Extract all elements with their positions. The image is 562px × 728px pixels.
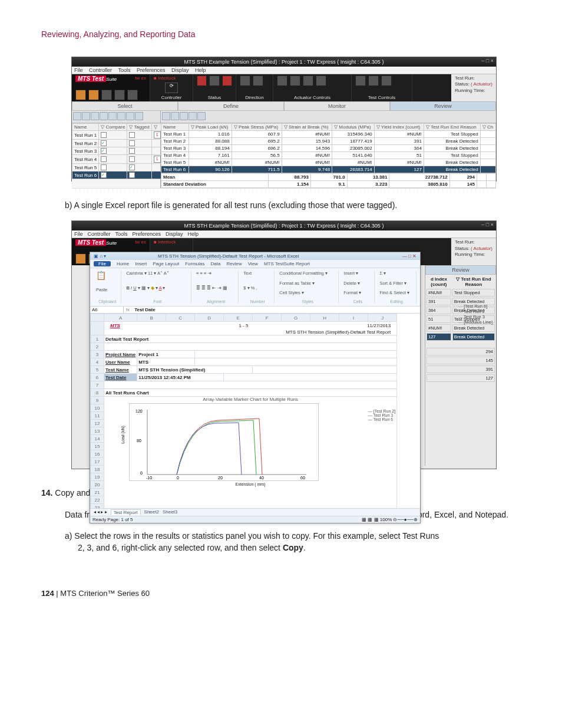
window-title-bar: MTS STH Example Tension (Simplified) : P… xyxy=(72,57,496,67)
svg-text:40: 40 xyxy=(259,476,264,480)
toolbar-icon[interactable] xyxy=(88,90,99,100)
menu-display[interactable]: Display xyxy=(171,67,189,73)
svg-text:60: 60 xyxy=(300,476,305,480)
tab-monitor[interactable]: Monitor xyxy=(284,101,390,111)
svg-text:120: 120 xyxy=(135,409,143,413)
menu-file[interactable]: File xyxy=(74,67,83,73)
tab-define[interactable]: Define xyxy=(178,101,284,111)
test-stop-icon[interactable] xyxy=(381,75,392,86)
toolbar-icon[interactable] xyxy=(75,90,86,100)
status-icon xyxy=(197,75,207,86)
actuator-icon[interactable] xyxy=(303,75,313,86)
direction-up-icon[interactable] xyxy=(240,75,250,86)
menu-bar[interactable]: File Controller Tools Preferences Displa… xyxy=(72,67,496,74)
controller-reset-icon[interactable]: ⟳ xyxy=(165,83,178,93)
menu-preferences[interactable]: Preferences xyxy=(137,67,166,73)
menu-tools[interactable]: Tools xyxy=(118,67,130,73)
svg-text:-10: -10 xyxy=(146,476,152,480)
actuator-icon[interactable] xyxy=(290,75,300,86)
svg-text:20: 20 xyxy=(218,476,223,480)
direction-down-icon[interactable] xyxy=(253,75,263,86)
menu-help[interactable]: Help xyxy=(195,67,206,73)
screenshot-1: MTS STH Example Tension (Simplified) : P… xyxy=(71,57,497,182)
window-title: MTS STH Example Tension (Simplified) : P… xyxy=(184,59,384,65)
page-footer: 124 | MTS Criterion™ Series 60 xyxy=(41,589,527,598)
actuator-icon[interactable] xyxy=(277,75,287,86)
stats-table: Mean88.793701.013.38122738.712294Standar… xyxy=(161,173,496,188)
excel-sheet-tabs[interactable]: ◂ ◂ ▸ ▸ Test Report Sheet2 Sheet3 xyxy=(90,508,420,516)
caption-b: b) A single Excel report file is generat… xyxy=(65,199,527,211)
excel-sheet[interactable]: ABCDEFGHIJ MTS1 - 511/27/2013 MTS STH Te… xyxy=(90,314,420,508)
test-play-icon[interactable] xyxy=(355,75,366,86)
status-icon xyxy=(222,75,232,86)
status-panel: Test Run: Status: ( Actuator) Running Ti… xyxy=(451,74,496,101)
left-toolbar[interactable] xyxy=(72,111,160,123)
brand-badge: MTS Test xyxy=(75,75,106,82)
menu-controller[interactable]: Controller xyxy=(89,67,112,73)
svg-text:0: 0 xyxy=(177,476,179,480)
svg-text:0: 0 xyxy=(140,471,143,475)
tab-review[interactable]: Review xyxy=(390,101,496,111)
toolbar-icon[interactable] xyxy=(114,90,125,100)
screenshot-2: MTS STH Example Tension (Simplified) : P… xyxy=(71,220,497,469)
actuator-icon[interactable] xyxy=(316,75,326,86)
chart-title: Array-Variable Marker Chart for Multiple… xyxy=(105,397,395,402)
mode-tabs[interactable]: Select Define Monitor Review xyxy=(72,101,496,111)
toolbar-icon[interactable] xyxy=(101,90,112,100)
ribbon: MTS TestSuite tw ex ■ Interlock ⟳ Contro… xyxy=(72,74,496,101)
excel-window-controls[interactable]: — □ ✕ xyxy=(402,253,416,259)
results-strip: Review d Index (count)▽ Test Run End Rea… xyxy=(425,265,496,466)
svg-text:80: 80 xyxy=(137,439,141,443)
results-table[interactable]: Name▽ Peak Load (kN)▽ Peak Stress (MPa)▽… xyxy=(161,123,496,173)
excel-formula-bar[interactable]: A6 fx Test Date xyxy=(90,307,420,314)
excel-ribbon[interactable]: 📋PasteClipboard Cambria ▾ 11 ▾ A˄ A˅ B I… xyxy=(90,268,420,307)
mts-logo: MTS xyxy=(110,323,120,328)
fx-icon[interactable]: fx xyxy=(124,307,132,313)
test-pause-icon[interactable] xyxy=(368,75,379,86)
excel-status-bar: Ready Page: 1 of 5 ▦ ▦ ▦ 100% ⊖──●──⊕ xyxy=(90,516,420,523)
page-header: Reviewing, Analyzing, and Reporting Data xyxy=(41,29,527,39)
status-icon xyxy=(209,75,219,86)
excel-ribbon-tabs[interactable]: File Home Insert Page Layout Formulas Da… xyxy=(90,260,420,268)
window-controls[interactable]: – □ × xyxy=(481,58,494,64)
paste-icon[interactable]: 📋 xyxy=(96,271,118,280)
excel-window: ▣ ⌂ ▾ MTS STH Tension (Simplified)-Defau… xyxy=(90,252,421,523)
toolbar-icon[interactable] xyxy=(127,90,138,100)
tab-select[interactable]: Select xyxy=(72,101,178,111)
chart: 0 80 120 -100204060 xyxy=(129,403,319,481)
interlock-label: ■ Interlock xyxy=(154,75,189,81)
excel-title-bar: ▣ ⌂ ▾ MTS STH Tension (Simplified)-Defau… xyxy=(90,252,420,260)
results-toolbar[interactable] xyxy=(161,111,496,123)
